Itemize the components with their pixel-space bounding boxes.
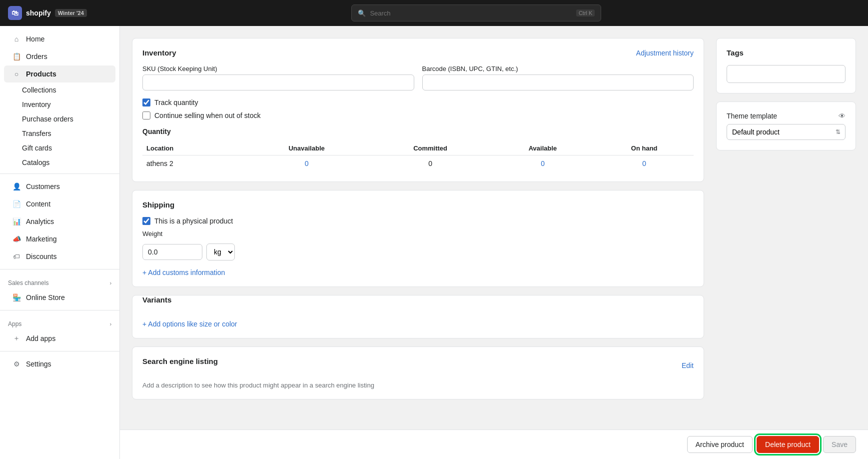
adjustment-history-link[interactable]: Adjustment history (636, 49, 694, 57)
sku-input[interactable] (142, 74, 414, 90)
sidebar: ⌂ Home 📋 Orders ○ Products Collections I… (0, 26, 120, 459)
customers-icon: 👤 (12, 182, 21, 191)
weight-row: kg lb oz g (142, 244, 694, 260)
main-content-area: Inventory Adjustment history SKU (Stock … (120, 26, 868, 459)
table-row: athens 2 0 0 0 0 (142, 156, 694, 172)
sidebar-item-customers[interactable]: 👤 Customers (4, 178, 115, 195)
seo-description: Add a description to see how this produc… (142, 382, 694, 389)
tags-title: Tags (727, 48, 846, 57)
products-submenu: Collections Inventory Purchase orders Tr… (0, 83, 119, 170)
sidebar-item-label: Analytics (26, 218, 54, 226)
orders-icon: 📋 (12, 52, 21, 61)
sidebar-item-label: Content (26, 200, 50, 208)
unavailable-cell[interactable]: 0 (243, 156, 370, 172)
sidebar-divider-2 (0, 269, 119, 270)
sidebar-item-label: Products (26, 70, 56, 78)
logo: 🛍 shopify Winter '24 (8, 6, 87, 20)
sku-barcode-row: SKU (Stock Keeping Unit) Barcode (ISBN, … (142, 65, 694, 90)
chevron-right-icon: › (110, 280, 111, 286)
tags-input[interactable] (727, 65, 846, 83)
winter-badge: Winter '24 (55, 9, 87, 17)
shopify-icon: 🛍 (8, 6, 22, 20)
sidebar-item-transfers[interactable]: Transfers (22, 126, 115, 140)
track-quantity-checkbox[interactable] (142, 98, 150, 106)
analytics-icon: 📊 (12, 217, 21, 226)
col-unavailable: Unavailable (243, 142, 370, 156)
barcode-input[interactable] (422, 74, 694, 90)
continue-selling-row: Continue selling when out of stock (142, 112, 694, 120)
shipping-card: Shipping This is a physical product Weig… (132, 190, 704, 287)
sidebar-item-discounts[interactable]: 🏷 Discounts (4, 248, 115, 265)
add-variants-link[interactable]: + Add options like size or color (142, 320, 237, 328)
sidebar-divider (0, 174, 119, 174)
sidebar-item-inventory[interactable]: Inventory (22, 98, 115, 112)
sidebar-item-online-store[interactable]: 🏪 Online Store (4, 289, 115, 306)
delete-product-button[interactable]: Delete product (757, 436, 819, 453)
plus-icon: ＋ (12, 334, 21, 343)
search-bar[interactable]: 🔍 Ctrl K (351, 4, 601, 22)
sidebar-item-analytics[interactable]: 📊 Analytics (4, 213, 115, 230)
inventory-card: Inventory Adjustment history SKU (Stock … (132, 38, 704, 182)
right-sidebar: Tags Theme template 👁 Default product Cu… (716, 38, 856, 447)
quantity-title: Quantity (142, 128, 694, 136)
theme-template-title: Theme template (727, 112, 777, 120)
physical-product-checkbox[interactable] (142, 217, 150, 225)
tags-card: Tags (716, 38, 856, 94)
search-icon: 🔍 (358, 10, 366, 17)
sidebar-item-marketing[interactable]: 📣 Marketing (4, 230, 115, 248)
layout: ⌂ Home 📋 Orders ○ Products Collections I… (0, 26, 868, 459)
sidebar-item-label: Online Store (26, 294, 65, 302)
sidebar-item-label: Settings (26, 360, 51, 368)
variants-card: Variants + Add options like size or colo… (132, 295, 704, 338)
weight-unit-select[interactable]: kg lb oz g (206, 244, 235, 260)
sidebar-item-home[interactable]: ⌂ Home (4, 30, 115, 48)
discounts-icon: 🏷 (12, 252, 21, 261)
sidebar-item-content[interactable]: 📄 Content (4, 196, 115, 212)
available-cell[interactable]: 0 (491, 156, 595, 172)
sidebar-item-collections[interactable]: Collections (22, 83, 115, 97)
seo-edit-link[interactable]: Edit (682, 362, 694, 370)
apps-section: Apps › (0, 314, 119, 330)
seo-card: Search engine listing Edit Add a descrip… (132, 346, 704, 400)
theme-template-select[interactable]: Default product Custom template (727, 124, 846, 140)
physical-product-label: This is a physical product (154, 217, 233, 225)
inventory-title: Inventory (142, 48, 176, 57)
sidebar-item-label: Marketing (26, 235, 56, 243)
sidebar-divider-4 (0, 351, 119, 352)
sidebar-item-settings[interactable]: ⚙ Settings (4, 356, 115, 372)
logo-text: shopify (26, 9, 51, 17)
sidebar-divider-3 (0, 310, 119, 310)
sidebar-item-label: Customers (26, 182, 60, 190)
continue-selling-label: Continue selling when out of stock (154, 112, 260, 120)
sidebar-item-label: Home (26, 35, 44, 43)
theme-template-card: Theme template 👁 Default product Custom … (716, 102, 856, 150)
col-available: Available (491, 142, 595, 156)
sidebar-item-add-apps[interactable]: ＋ Add apps (4, 330, 115, 347)
sales-channels-section: Sales channels › (0, 274, 119, 288)
sidebar-item-label: Add apps (26, 334, 55, 342)
add-customs-link[interactable]: + Add customs information (142, 268, 225, 276)
archive-product-button[interactable]: Archive product (687, 436, 753, 453)
col-committed: Committed (370, 142, 490, 156)
sidebar-item-orders[interactable]: 📋 Orders (4, 48, 115, 65)
barcode-group: Barcode (ISBN, UPC, GTIN, etc.) (422, 65, 694, 90)
col-on-hand: On hand (595, 142, 694, 156)
search-input[interactable] (370, 10, 572, 17)
on-hand-cell[interactable]: 0 (595, 156, 694, 172)
sidebar-item-catalogs[interactable]: Catalogs (22, 156, 115, 170)
sidebar-item-label: Orders (26, 52, 47, 60)
continue-selling-checkbox[interactable] (142, 112, 150, 120)
track-quantity-row: Track quantity (142, 98, 694, 106)
save-button[interactable]: Save (823, 436, 856, 453)
eye-icon[interactable]: 👁 (839, 112, 846, 120)
sidebar-item-purchase-orders[interactable]: Purchase orders (22, 112, 115, 126)
sku-label: SKU (Stock Keeping Unit) (142, 65, 414, 72)
bottom-bar: Archive product Delete product Save (120, 430, 868, 459)
sidebar-item-gift-cards[interactable]: Gift cards (22, 141, 115, 155)
variants-title: Variants (142, 296, 694, 304)
sidebar-item-products[interactable]: ○ Products (4, 66, 115, 82)
weight-input[interactable] (142, 244, 202, 260)
inventory-header: Inventory Adjustment history (142, 48, 694, 57)
home-icon: ⌂ (12, 34, 21, 44)
topbar: 🛍 shopify Winter '24 🔍 Ctrl K (0, 0, 868, 26)
